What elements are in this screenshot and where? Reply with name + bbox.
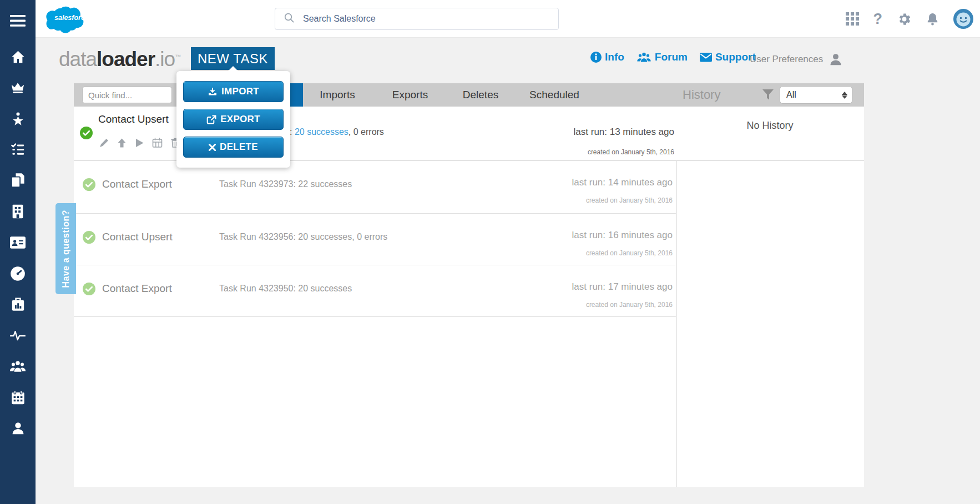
crown-icon[interactable]: [0, 79, 36, 96]
success-check-icon: [80, 127, 93, 142]
edit-pencil-icon[interactable]: [99, 138, 109, 148]
task-run-errors: , 0 errors: [348, 127, 384, 137]
task-run-summary: Task Run 4323973: 22 successes: [219, 179, 352, 189]
info-link[interactable]: Info: [590, 51, 624, 63]
run-upload-icon[interactable]: [117, 138, 127, 148]
tab-deletes[interactable]: Deletes: [446, 83, 515, 107]
import-button[interactable]: IMPORT: [183, 81, 284, 102]
import-icon: [208, 87, 218, 96]
logo-part-io: .io: [155, 48, 175, 70]
home-icon[interactable]: [0, 48, 36, 65]
logo-part-loader: loader: [97, 48, 155, 70]
salesforce-logo-text: salesforce: [54, 14, 87, 22]
dropdown-caret: [228, 66, 239, 72]
menu-icon[interactable]: [0, 12, 36, 29]
user-person-icon: [829, 52, 843, 67]
notification-bell-icon[interactable]: [926, 12, 939, 26]
no-history-label: No History: [676, 120, 864, 132]
delete-label: DELETE: [220, 142, 258, 153]
created-label: created on January 5th, 2016: [588, 148, 674, 156]
search-input[interactable]: [303, 14, 536, 24]
forum-label: Forum: [655, 51, 688, 63]
play-icon[interactable]: [134, 138, 144, 148]
profile-person-icon[interactable]: [0, 420, 36, 436]
success-check-icon-light: [83, 283, 95, 298]
info-label: Info: [605, 51, 624, 63]
logo-trademark: ™: [175, 53, 180, 60]
import-label: IMPORT: [221, 86, 259, 97]
task-title: Contact Export: [102, 283, 172, 295]
delete-x-icon: [209, 144, 216, 151]
last-run-label: last run: 16 minutes ago: [572, 230, 673, 241]
quick-find-input[interactable]: [82, 87, 172, 103]
have-a-question-label: Have a question?: [61, 210, 71, 288]
waffle-icon[interactable]: [846, 12, 859, 26]
task-row[interactable]: Contact Upsert Task Run 4323956: 20 succ…: [74, 214, 676, 265]
delete-button[interactable]: DELETE: [183, 137, 284, 158]
dataloader-logo: dataloader.io™: [59, 48, 180, 71]
company-building-icon[interactable]: [0, 203, 36, 220]
reports-case-icon[interactable]: [0, 296, 36, 313]
header-links: Info Forum Support: [590, 51, 756, 63]
successes-link[interactable]: 20 successes: [295, 127, 348, 137]
tab-scheduled[interactable]: Scheduled: [515, 83, 594, 107]
success-check-icon-light: [83, 231, 95, 246]
task-run-summary: : 20 successes, 0 errors: [290, 127, 384, 137]
avatar[interactable]: [953, 9, 973, 29]
search-icon: [284, 13, 294, 25]
info-icon: [590, 52, 602, 63]
export-icon: [206, 115, 216, 124]
dashboard-gauge-icon[interactable]: [0, 265, 36, 282]
task-title: Contact Upsert: [98, 113, 169, 125]
contacts-card-icon[interactable]: [0, 234, 36, 251]
history-section-label[interactable]: History: [683, 83, 720, 107]
logo-part-data: data: [59, 48, 97, 70]
filter-funnel-icon[interactable]: [762, 89, 774, 103]
success-check-icon-light: [83, 178, 95, 193]
task-run-summary: Task Run 4323950: 20 successes: [219, 284, 352, 294]
community-people-icon[interactable]: [0, 358, 36, 375]
task-title: Contact Upsert: [102, 231, 173, 243]
task-row-selected[interactable]: Contact Upsert : 20 successes, 0 errors …: [74, 107, 676, 161]
created-label: created on January 5th, 2016: [586, 249, 673, 257]
new-task-dropdown: IMPORT EXPORT DELETE: [176, 71, 290, 168]
export-button[interactable]: EXPORT: [183, 109, 284, 130]
salesforce-logo: salesforce: [43, 3, 87, 37]
task-row[interactable]: Contact Export Task Run 4323950: 20 succ…: [74, 265, 676, 317]
topbar: salesforce ?: [36, 0, 980, 38]
task-run-summary: Task Run 4323956: 20 successes, 0 errors: [219, 232, 387, 242]
last-run-label: last run: 17 minutes ago: [572, 281, 673, 293]
task-actions: [99, 137, 180, 148]
copy-icon[interactable]: [0, 172, 36, 189]
support-link[interactable]: Support: [700, 51, 756, 63]
forum-people-icon: [637, 52, 651, 63]
global-search: [275, 8, 559, 30]
history-filter-select[interactable]: All: [780, 86, 852, 104]
export-label: EXPORT: [220, 114, 260, 125]
last-run-label: last run: 13 minutes ago: [574, 127, 674, 138]
activity-pulse-icon[interactable]: [0, 327, 36, 344]
select-stepper-icon: [842, 92, 847, 99]
last-run-label: last run: 14 minutes ago: [572, 177, 673, 188]
tasks-checklist-icon[interactable]: [0, 141, 36, 158]
help-icon[interactable]: ?: [873, 12, 883, 27]
topbar-icon-cluster: ?: [846, 0, 974, 38]
star-figure-icon[interactable]: [0, 110, 36, 127]
tab-exports[interactable]: Exports: [374, 83, 446, 107]
history-filter-value: All: [786, 90, 796, 100]
forum-link[interactable]: Forum: [637, 51, 688, 63]
have-a-question-tab[interactable]: Have a question?: [55, 203, 76, 294]
setup-gear-icon[interactable]: [897, 12, 912, 27]
task-row[interactable]: Contact Export Task Run 4323973: 22 succ…: [74, 161, 676, 214]
task-title: Contact Export: [102, 178, 172, 190]
schedule-calendar-icon[interactable]: [151, 137, 163, 148]
created-label: created on January 5th, 2016: [586, 196, 673, 204]
sidebar: [0, 0, 36, 504]
support-envelope-icon: [700, 53, 712, 62]
user-preferences[interactable]: User Preferences: [750, 52, 843, 67]
tab-imports[interactable]: Imports: [301, 83, 374, 107]
app-root: salesforce ? dataloader.io: [0, 0, 980, 504]
calendar-icon[interactable]: [0, 389, 36, 406]
user-preferences-label: User Preferences: [750, 54, 823, 65]
history-panel-divider: [676, 161, 676, 487]
